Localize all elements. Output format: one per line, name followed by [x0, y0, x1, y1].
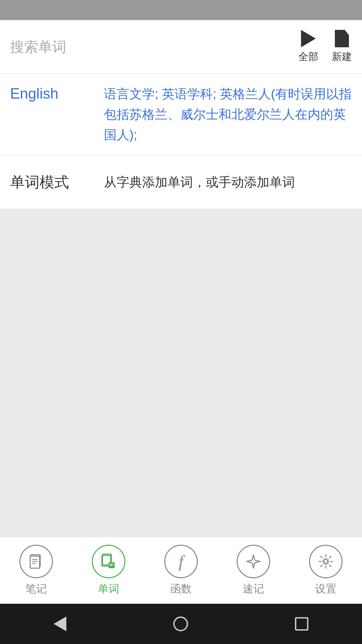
new-button[interactable]: 新建: [332, 30, 352, 64]
mode-description: 从字典添加单词，或手动添加单词: [104, 174, 352, 191]
quicknote-icon-circle: [237, 545, 270, 578]
word-definition: 语言文学; 英语学科; 英格兰人(有时误用以指包括苏格兰、威尔士和北爱尔兰人在内…: [104, 84, 352, 145]
new-file-icon: [335, 30, 349, 47]
notes-icon-circle: [19, 545, 53, 578]
system-nav-bar: [0, 604, 362, 644]
nav-label-settings: 设置: [315, 582, 337, 596]
settings-icon-circle: [309, 545, 343, 578]
home-button[interactable]: [173, 616, 188, 631]
search-input-area[interactable]: 搜索单词: [10, 38, 298, 56]
nav-label-quicknote: 速记: [243, 582, 264, 596]
home-icon: [173, 616, 188, 631]
main-area: 搜索单词 全部 新建 English 语言文学; 英语学科; 英格兰人(有时误用…: [0, 20, 362, 604]
back-icon: [54, 616, 66, 631]
word-term: English: [10, 84, 104, 102]
gray-area: [0, 209, 362, 537]
quicknote-icon: [245, 553, 261, 570]
nav-item-notes[interactable]: 笔记: [0, 545, 72, 596]
svg-marker-10: [247, 555, 260, 568]
svg-point-11: [324, 559, 328, 564]
mode-item[interactable]: 单词模式 从字典添加单词，或手动添加单词: [0, 155, 362, 209]
function-icon: f: [179, 552, 183, 571]
nav-label-words: 单词: [98, 582, 119, 596]
nav-item-quicknote[interactable]: 速记: [217, 545, 290, 596]
words-icon-circle: [92, 545, 125, 578]
nav-label-notes: 笔记: [25, 582, 47, 596]
recent-icon: [295, 617, 308, 631]
words-icon: [100, 553, 117, 570]
all-button[interactable]: 全部: [298, 30, 318, 64]
nav-label-functions: 函数: [170, 582, 192, 596]
nav-item-settings[interactable]: 设置: [290, 545, 362, 596]
all-button-label: 全部: [298, 50, 318, 64]
search-actions: 全部 新建: [298, 30, 352, 64]
settings-icon: [318, 553, 334, 570]
search-bar: 搜索单词 全部 新建: [0, 20, 362, 74]
search-placeholder: 搜索单词: [10, 38, 66, 56]
mode-label: 单词模式: [10, 172, 104, 192]
bottom-nav: 笔记 单词 f 函数: [0, 537, 362, 604]
nav-item-functions[interactable]: f 函数: [145, 545, 217, 596]
functions-icon-circle: f: [164, 545, 198, 578]
status-bar: [0, 0, 362, 20]
svg-rect-1: [30, 556, 40, 568]
play-icon: [301, 30, 316, 47]
nav-item-words[interactable]: 单词: [72, 545, 145, 596]
recent-button[interactable]: [295, 617, 308, 631]
word-item-english[interactable]: English 语言文学; 英语学科; 英格兰人(有时误用以指包括苏格兰、威尔士…: [0, 74, 362, 155]
new-button-label: 新建: [332, 50, 352, 64]
word-list: English 语言文学; 英语学科; 英格兰人(有时误用以指包括苏格兰、威尔士…: [0, 74, 362, 209]
notes-icon: [28, 553, 44, 570]
back-button[interactable]: [54, 616, 66, 631]
